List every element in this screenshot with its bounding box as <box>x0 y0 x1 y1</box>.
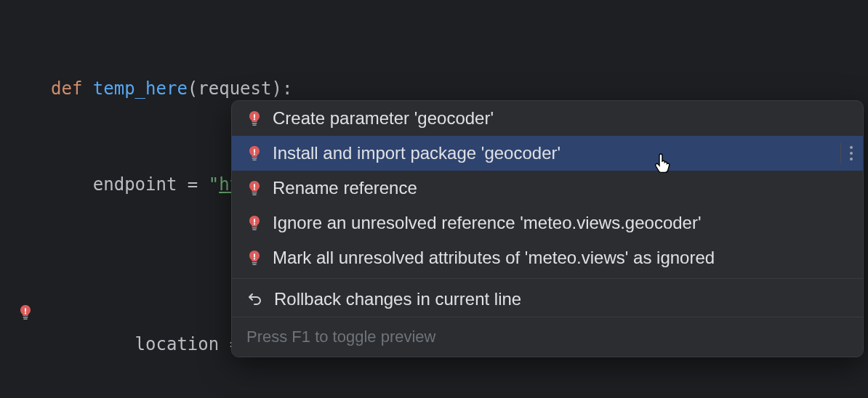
intention-actions-popup: Create parameter 'geocoder'Install and i… <box>231 100 864 357</box>
error-bulb-gutter-icon[interactable] <box>17 240 81 384</box>
svg-rect-8 <box>252 227 257 229</box>
svg-rect-5 <box>252 159 257 161</box>
svg-rect-11 <box>252 264 257 265</box>
intention-action-label: Rename reference <box>273 178 848 198</box>
more-options-icon[interactable] <box>840 143 853 163</box>
intention-action-item[interactable]: Rename reference <box>232 171 863 206</box>
intention-action-label: Ignore an unresolved reference 'meteo.vi… <box>273 213 848 233</box>
keyword-def: def <box>51 78 82 99</box>
intention-action-item[interactable]: Ignore an unresolved reference 'meteo.vi… <box>232 206 863 240</box>
intention-action-label: Create parameter 'geocoder' <box>273 108 848 129</box>
intention-action-label: Install and import package 'geocoder' <box>273 143 848 163</box>
svg-rect-6 <box>252 192 257 194</box>
rollback-label: Rollback changes in current line <box>274 289 848 309</box>
intention-action-item[interactable]: Install and import package 'geocoder' <box>232 136 863 171</box>
intention-action-item[interactable]: Mark all unresolved attributes of 'meteo… <box>232 240 863 275</box>
svg-rect-4 <box>252 158 257 159</box>
function-name: temp_here <box>93 78 188 99</box>
paren-open: ( <box>188 78 198 99</box>
svg-rect-1 <box>23 318 28 320</box>
error-bulb-icon <box>246 145 262 161</box>
svg-rect-2 <box>252 123 257 124</box>
popup-separator <box>232 278 863 279</box>
var-location: location <box>135 334 220 354</box>
error-bulb-icon <box>246 215 262 231</box>
rollback-action[interactable]: Rollback changes in current line <box>232 282 863 317</box>
svg-rect-10 <box>252 262 257 264</box>
svg-rect-3 <box>252 124 257 126</box>
svg-rect-7 <box>252 194 257 195</box>
var-endpoint: endpoint <box>93 174 177 195</box>
intention-action-label: Mark all unresolved attributes of 'meteo… <box>273 248 848 268</box>
svg-rect-9 <box>252 229 257 230</box>
error-bulb-icon <box>246 250 262 266</box>
error-bulb-icon <box>246 180 262 196</box>
param-name: request <box>198 78 271 99</box>
popup-footer-hint: Press F1 to toggle preview <box>232 317 863 357</box>
svg-rect-0 <box>23 317 28 318</box>
intention-action-item[interactable]: Create parameter 'geocoder' <box>232 101 863 136</box>
undo-icon <box>246 291 264 308</box>
paren-close: ): <box>271 78 292 99</box>
error-bulb-icon <box>246 110 262 126</box>
